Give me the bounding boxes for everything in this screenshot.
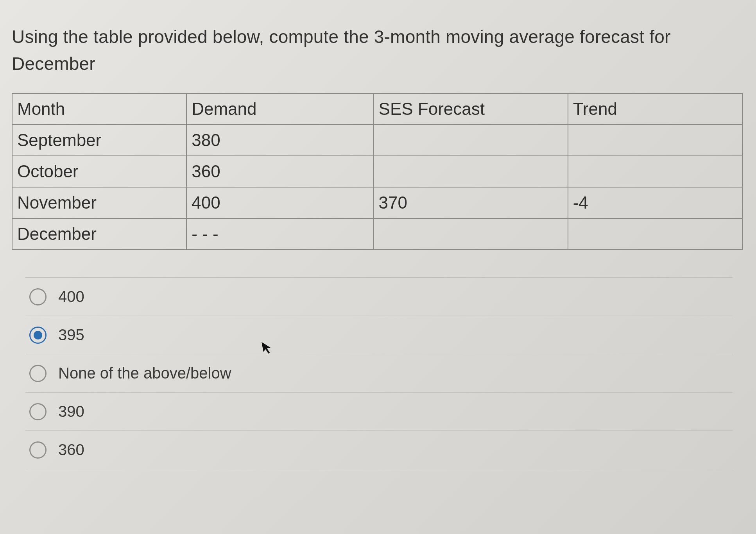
table-header-row: Month Demand SES Forecast Trend (12, 93, 742, 125)
option-none[interactable]: None of the above/below (25, 354, 733, 393)
option-395[interactable]: 395 (25, 316, 733, 354)
cell-trend (568, 218, 742, 250)
answer-options: 400 395 None of the above/below 390 360 (25, 277, 733, 469)
cell-demand: 360 (186, 156, 373, 187)
option-400[interactable]: 400 (25, 277, 733, 316)
option-label: None of the above/below (58, 364, 231, 382)
cell-trend (568, 125, 742, 156)
header-ses: SES Forecast (374, 93, 568, 125)
option-label: 390 (58, 403, 84, 420)
header-demand: Demand (186, 93, 373, 125)
radio-icon (29, 327, 47, 344)
radio-icon (29, 288, 47, 305)
option-label: 400 (58, 288, 84, 305)
header-month: Month (12, 93, 186, 125)
data-table: Month Demand SES Forecast Trend Septembe… (12, 93, 743, 250)
radio-icon (29, 365, 47, 382)
cell-month: October (12, 156, 186, 187)
cell-ses (374, 125, 568, 156)
option-390[interactable]: 390 (25, 393, 733, 431)
table-row: November 400 370 -4 (12, 187, 742, 218)
option-label: 360 (58, 441, 84, 459)
table-row: December - - - (12, 218, 742, 250)
cell-demand: 380 (186, 125, 373, 156)
cell-month: September (12, 125, 186, 156)
table-row: September 380 (12, 125, 742, 156)
radio-icon (29, 441, 47, 459)
option-360[interactable]: 360 (25, 431, 733, 469)
cell-ses (374, 218, 568, 250)
cell-demand: - - - (186, 218, 373, 250)
radio-icon (29, 403, 47, 420)
cell-demand: 400 (186, 187, 373, 218)
table-row: October 360 (12, 156, 742, 187)
option-label: 395 (58, 326, 84, 344)
cell-month: November (12, 187, 186, 218)
cell-trend (568, 156, 742, 187)
cell-month: December (12, 218, 186, 250)
header-trend: Trend (568, 93, 742, 125)
cell-ses (374, 156, 568, 187)
cell-trend: -4 (568, 187, 742, 218)
question-text: Using the table provided below, compute … (12, 23, 744, 77)
cell-ses: 370 (374, 187, 568, 218)
